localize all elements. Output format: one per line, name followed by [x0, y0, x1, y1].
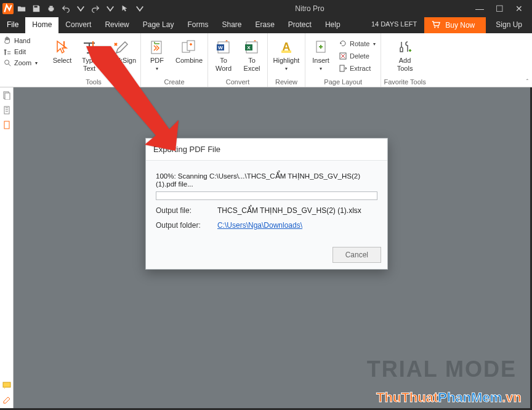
site-watermark: ThuThuatPhanMem.vn: [376, 390, 522, 406]
ribbon-group-tools: Select Type Text QuickSign Tools: [47, 33, 141, 87]
bookmarks-panel-icon[interactable]: [2, 106, 11, 115]
svg-rect-28: [4, 121, 9, 129]
svg-point-5: [438, 26, 439, 28]
group-label-review: Review: [275, 77, 297, 87]
maximize-button[interactable]: ☐: [493, 3, 506, 14]
group-label-favorite: Favorite Tools: [384, 77, 425, 87]
tab-forms[interactable]: Forms: [180, 17, 215, 33]
redo-icon[interactable]: [89, 2, 102, 15]
delete-label: Delete: [350, 52, 369, 60]
progress-text: 100%: Scanning C:\Users\...\THCS_CẨM THỊ…: [156, 172, 377, 188]
cart-icon: [432, 20, 440, 31]
collapse-ribbon-button[interactable]: ˆ: [526, 79, 528, 86]
combine-button[interactable]: Combine: [173, 36, 205, 66]
cursor-mode-icon[interactable]: [118, 2, 132, 15]
tab-home[interactable]: Home: [25, 17, 58, 33]
highlight-icon: A: [278, 39, 294, 55]
signatures-panel-icon[interactable]: [2, 396, 11, 404]
menu-tabs: File Home Convert Review Page Lay Forms …: [0, 17, 532, 33]
pdf-button[interactable]: PDF▾: [143, 36, 171, 73]
progress-bar: [156, 191, 377, 200]
delete-button[interactable]: Delete: [336, 50, 378, 62]
buy-now-button[interactable]: Buy Now: [424, 17, 486, 33]
tab-page-layout[interactable]: Page Lay: [136, 17, 181, 33]
ribbon-group-create: PDF▾ Combine Create: [141, 33, 208, 87]
svg-point-8: [5, 60, 9, 65]
attachments-panel-icon[interactable]: [2, 121, 11, 129]
edit-label: Edit: [14, 48, 26, 55]
trial-mode-watermark: TRIAL MODE: [367, 356, 517, 382]
close-button[interactable]: ✕: [512, 3, 526, 14]
svg-rect-3: [49, 10, 52, 12]
rotate-icon: [339, 39, 347, 48]
tab-convert[interactable]: Convert: [58, 17, 98, 33]
dialog-title: Exporting PDF File: [146, 139, 387, 161]
add-tools-label: Add Tools: [397, 57, 413, 72]
qat-dropdown-icon[interactable]: [133, 2, 147, 15]
ribbon-group-review: AHighlight▾ Review: [268, 33, 305, 87]
pdf-label: PDF: [150, 57, 164, 65]
save-icon[interactable]: [30, 2, 43, 15]
quicksign-button[interactable]: QuickSign: [103, 36, 138, 66]
svg-text:W: W: [218, 45, 223, 50]
undo-dropdown-icon[interactable]: [74, 2, 87, 15]
zoom-label: Zoom: [14, 59, 31, 66]
print-icon[interactable]: [44, 2, 58, 15]
group-label-convert: Convert: [226, 77, 250, 87]
titlebar: Nitro Pro — ☐ ✕: [0, 0, 532, 17]
to-excel-button[interactable]: XTo Excel: [239, 36, 265, 73]
open-icon[interactable]: [15, 2, 28, 15]
insert-label: Insert: [312, 57, 329, 65]
tab-share[interactable]: Share: [215, 17, 248, 33]
excel-icon: X: [244, 39, 260, 55]
app-title: Nitro Pro: [147, 4, 473, 13]
redo-dropdown-icon[interactable]: [103, 2, 117, 15]
zoom-tool-button[interactable]: Zoom▾: [2, 58, 45, 68]
comments-panel-icon[interactable]: [2, 381, 11, 390]
add-tools-button[interactable]: Add Tools: [390, 36, 420, 73]
type-text-label: Type Text: [82, 57, 97, 72]
rotate-label: Rotate: [350, 40, 369, 47]
group-label-tools: Tools: [86, 77, 102, 87]
sign-up-button[interactable]: Sign Up: [486, 17, 532, 33]
output-file-label: Output file:: [156, 206, 217, 215]
insert-icon: [313, 39, 329, 55]
quick-access-toolbar: [0, 2, 147, 15]
insert-button[interactable]: Insert▾: [308, 36, 334, 73]
tab-help[interactable]: Help: [318, 17, 347, 33]
output-folder-label: Output folder:: [156, 221, 217, 230]
undo-icon[interactable]: [59, 2, 73, 15]
trial-days-left: 14 DAYS LEFT: [364, 17, 424, 33]
svg-rect-21: [281, 50, 291, 53]
select-label: Select: [53, 57, 72, 65]
type-text-button[interactable]: Type Text: [78, 36, 101, 73]
output-folder-link[interactable]: C:\Users\Nga\Downloads\: [217, 221, 302, 230]
select-button[interactable]: Select: [49, 36, 75, 66]
tab-erase[interactable]: Erase: [249, 17, 281, 33]
extract-button[interactable]: Extract: [336, 63, 378, 74]
edit-tool-button[interactable]: Edit: [2, 47, 45, 57]
svg-rect-29: [3, 382, 10, 387]
tab-protect[interactable]: Protect: [281, 17, 318, 33]
highlight-button[interactable]: AHighlight▾: [270, 36, 302, 73]
tab-file[interactable]: File: [0, 17, 25, 33]
tab-review[interactable]: Review: [98, 17, 135, 33]
svg-text:X: X: [247, 45, 251, 50]
exporting-dialog: Exporting PDF File 100%: Scanning C:\Use…: [145, 138, 388, 270]
quicksign-label: QuickSign: [105, 57, 136, 65]
rotate-button[interactable]: Rotate▾: [336, 38, 378, 49]
cancel-button[interactable]: Cancel: [332, 247, 381, 263]
pages-panel-icon[interactable]: [2, 91, 11, 100]
to-word-button[interactable]: WTo Word: [211, 36, 236, 73]
minimize-button[interactable]: —: [473, 3, 486, 14]
svg-rect-26: [5, 93, 10, 100]
hand-tool-button[interactable]: Hand: [2, 36, 45, 46]
svg-rect-7: [4, 50, 7, 51]
to-excel-label: To Excel: [244, 57, 260, 72]
extract-label: Extract: [350, 65, 371, 72]
output-file-value: THCS_CẨM THỊNH_DS_GV_HS(2) (1).xlsx: [217, 206, 377, 215]
ribbon-group-page-layout: Insert▾ Rotate▾ Delete Extract Page Layo…: [305, 33, 381, 87]
ribbon-group-favorite: Add Tools Favorite Tools: [381, 33, 428, 87]
svg-rect-9: [63, 41, 65, 47]
highlight-label: Highlight: [273, 57, 300, 65]
